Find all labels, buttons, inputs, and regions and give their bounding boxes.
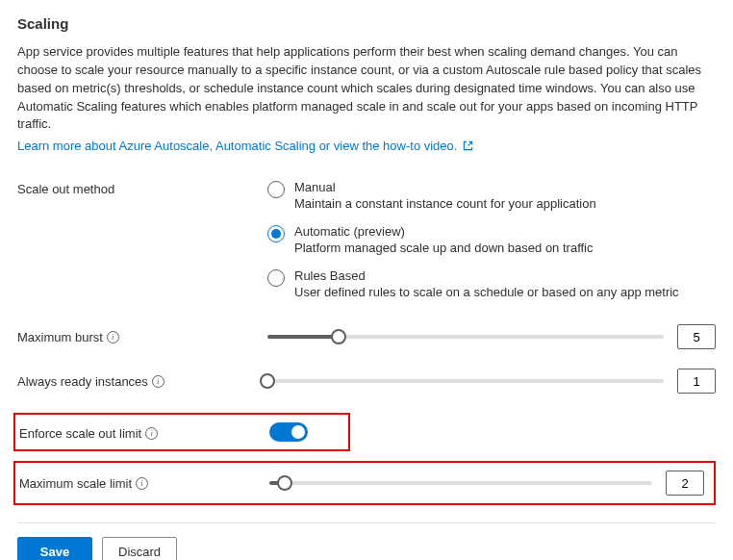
scale-out-method-radiogroup: Manual Maintain a constant instance coun… (267, 180, 716, 313)
enforce-scale-out-limit-label: Enforce scale out limit (19, 426, 141, 441)
radio-rules-based[interactable]: Rules Based User defined rules to scale … (267, 268, 716, 299)
always-ready-slider[interactable] (267, 373, 664, 389)
info-icon[interactable]: i (136, 477, 148, 490)
toggle-knob-icon (291, 425, 305, 439)
maximum-scale-limit-slider[interactable] (269, 475, 652, 491)
radio-circle-icon (267, 181, 285, 198)
description-text: App service provides multiple features t… (17, 43, 716, 134)
learn-more-link[interactable]: Learn more about Azure Autoscale, Automa… (17, 139, 473, 153)
always-ready-input[interactable] (677, 369, 716, 394)
radio-automatic[interactable]: Automatic (preview) Platform managed sca… (267, 224, 716, 255)
external-link-icon (463, 139, 473, 157)
radio-manual[interactable]: Manual Maintain a constant instance coun… (267, 180, 716, 211)
info-icon[interactable]: i (107, 331, 119, 344)
slider-thumb-icon (260, 373, 275, 389)
maximum-burst-label: Maximum burst (17, 330, 103, 344)
info-icon[interactable]: i (145, 427, 158, 440)
maximum-scale-limit-label: Maximum scale limit (19, 476, 132, 491)
radio-circle-icon (267, 225, 285, 242)
slider-thumb-icon (331, 329, 346, 344)
maximum-burst-input[interactable] (677, 324, 716, 349)
always-ready-label: Always ready instances (17, 374, 148, 389)
maximum-burst-slider[interactable] (267, 329, 664, 344)
divider (17, 522, 716, 523)
page-title: Scaling (17, 15, 716, 32)
scale-out-method-label: Scale out method (17, 182, 114, 196)
discard-button[interactable]: Discard (102, 537, 177, 560)
info-icon[interactable]: i (152, 375, 164, 388)
enforce-limit-highlight: Enforce scale out limit i (13, 413, 350, 451)
save-button[interactable]: Save (17, 537, 92, 560)
radio-circle-icon (267, 269, 285, 287)
slider-thumb-icon (277, 475, 292, 491)
enforce-scale-out-limit-toggle[interactable] (269, 422, 308, 442)
maximum-scale-limit-highlight: Maximum scale limit i (13, 461, 716, 505)
maximum-scale-limit-input[interactable] (666, 471, 704, 496)
